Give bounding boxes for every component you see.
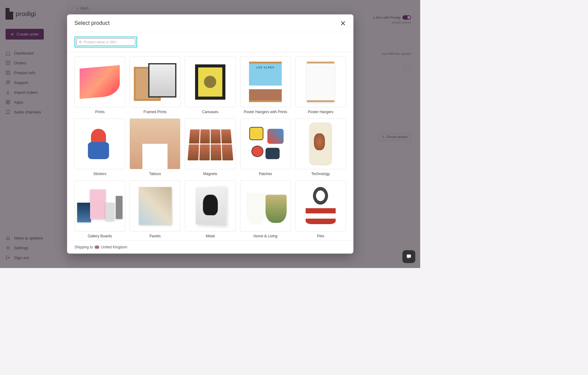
category-technology-image xyxy=(295,118,346,169)
category-home-living-image xyxy=(240,180,291,231)
flag-icon: 🇬🇧 xyxy=(95,245,99,249)
svg-point-11 xyxy=(79,41,81,43)
category-canvases-image xyxy=(185,56,236,107)
category-pets[interactable]: Pets xyxy=(295,180,346,238)
modal-header: Select product xyxy=(67,14,353,32)
chat-button[interactable] xyxy=(402,250,415,263)
category-gallery-boards[interactable]: Gallery Boards xyxy=(74,180,125,238)
category-tattoos-image xyxy=(130,118,180,169)
modal-footer: Shipping to 🇬🇧 United Kingdom xyxy=(67,240,353,254)
close-icon xyxy=(340,20,346,26)
search-icon xyxy=(79,40,82,44)
category-magnets[interactable]: Magnets xyxy=(185,118,236,176)
category-panels[interactable]: Panels xyxy=(130,180,180,238)
modal-title: Select product xyxy=(74,20,110,26)
shipping-country[interactable]: United Kingdom xyxy=(101,245,127,249)
category-prints[interactable]: Prints xyxy=(74,56,125,114)
close-button[interactable] xyxy=(340,20,346,26)
category-poster-hangers-label: Poster Hangers xyxy=(295,110,346,114)
category-patches-label: Patches xyxy=(240,172,291,176)
category-patches-image xyxy=(240,118,291,169)
category-poster-hangers[interactable]: Poster Hangers xyxy=(295,56,346,114)
category-framed-prints[interactable]: Framed Prints xyxy=(130,56,180,114)
search-input-wrap xyxy=(76,38,135,46)
category-poster-hangers-image xyxy=(295,56,346,107)
category-framed-prints-image xyxy=(130,56,180,107)
category-prints-image xyxy=(74,56,125,107)
category-magnets-image xyxy=(185,118,236,169)
category-panels-label: Panels xyxy=(130,234,180,238)
category-gallery-boards-label: Gallery Boards xyxy=(74,234,125,238)
shipping-prefix: Shipping to xyxy=(74,245,93,249)
category-poster-hangers-prints[interactable]: Poster Hangers with Prints xyxy=(240,56,291,114)
category-metal[interactable]: Metal xyxy=(185,180,236,238)
category-poster-hangers-prints-label: Poster Hangers with Prints xyxy=(240,110,291,114)
category-metal-label: Metal xyxy=(185,234,236,238)
category-tattoos[interactable]: Tattoos xyxy=(130,118,180,176)
category-patches[interactable]: Patches xyxy=(240,118,291,176)
search-input[interactable] xyxy=(84,40,133,44)
category-technology[interactable]: Technology xyxy=(295,118,346,176)
category-magnets-label: Magnets xyxy=(185,172,236,176)
category-stickers-label: Stickers xyxy=(74,172,125,176)
category-canvases-label: Canvases xyxy=(185,110,236,114)
category-framed-prints-label: Framed Prints xyxy=(130,110,180,114)
modal-body[interactable]: PrintsFramed PrintsCanvasesPoster Hanger… xyxy=(67,52,353,240)
category-panels-image xyxy=(130,180,180,231)
category-stickers-image xyxy=(74,118,125,169)
category-home-living-label: Home & Living xyxy=(240,234,291,238)
category-pets-image xyxy=(295,180,346,231)
search-bar xyxy=(67,32,353,52)
select-product-modal: Select product PrintsFramed PrintsCanvas… xyxy=(67,14,353,254)
category-pets-label: Pets xyxy=(295,234,346,238)
category-stickers[interactable]: Stickers xyxy=(74,118,125,176)
category-tattoos-label: Tattoos xyxy=(130,172,180,176)
category-metal-image xyxy=(185,180,236,231)
search-highlight xyxy=(74,36,137,48)
category-gallery-boards-image xyxy=(74,180,125,231)
category-prints-label: Prints xyxy=(74,110,125,114)
category-home-living[interactable]: Home & Living xyxy=(240,180,291,238)
category-canvases[interactable]: Canvases xyxy=(185,56,236,114)
chat-icon xyxy=(406,254,412,260)
category-poster-hangers-prints-image xyxy=(240,56,291,107)
category-technology-label: Technology xyxy=(295,172,346,176)
